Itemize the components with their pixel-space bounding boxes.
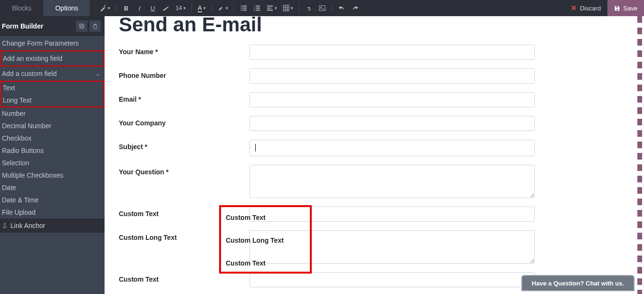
link-anchor-item[interactable]: Link Anchor — [0, 218, 105, 233]
font-size-dropdown[interactable]: 14 ▾ — [173, 0, 188, 16]
highlight-custom-long: Custom Long Text — [226, 237, 310, 244]
sidebar: Form Builder Change Form Parameters Add … — [0, 16, 105, 294]
svg-point-21 — [320, 7, 322, 8]
bold-button[interactable]: B — [119, 0, 133, 16]
label-email: Email * — [119, 92, 250, 103]
sidebar-header: Form Builder — [0, 16, 105, 36]
image-button[interactable] — [316, 0, 329, 16]
label-subject: Subject * — [119, 140, 250, 151]
caret-down-icon: ▾ — [226, 6, 228, 10]
row-custom-text-1: Custom Text — [119, 207, 537, 222]
svg-rect-12 — [267, 6, 273, 7]
input-your-name[interactable] — [250, 45, 535, 60]
input-subject[interactable] — [250, 140, 535, 156]
delete-button[interactable] — [89, 20, 101, 32]
custom-field-selection[interactable]: Selection — [0, 157, 105, 169]
editor-toolbar: ▾ B I U 14 ▾ A ▾ ▾ 123 ▾ — [90, 0, 564, 16]
custom-field-datetime[interactable]: Date & Time — [0, 194, 105, 206]
sidebar-change-params[interactable]: Change Form Parameters — [0, 36, 105, 50]
svg-rect-9 — [256, 8, 260, 9]
save-label: Save — [623, 5, 637, 12]
content-area: Send an E-mail Your Name * Phone Number … — [105, 16, 644, 294]
svg-rect-11 — [256, 10, 260, 11]
save-icon — [614, 5, 620, 11]
row-custom-long-text: Custom Long Text — [119, 230, 537, 264]
caret-down-icon: ▾ — [291, 6, 293, 10]
highlight-custom-text-2: Custom Text — [226, 259, 310, 267]
caret-down-icon: ▾ — [275, 6, 277, 10]
custom-field-text[interactable]: Text — [1, 82, 104, 94]
tab-blocks[interactable]: Blocks — [0, 0, 43, 16]
page-title: Send an E-mail — [119, 16, 537, 36]
input-phone[interactable] — [250, 68, 535, 84]
tab-options[interactable]: Options — [43, 0, 90, 16]
separator — [299, 3, 299, 13]
undo-button[interactable] — [335, 0, 348, 16]
custom-field-radio[interactable]: Radio Buttons — [0, 144, 105, 157]
custom-field-decimal[interactable]: Decimal Number — [0, 120, 105, 132]
row-custom-text-2: Custom Text — [119, 272, 537, 287]
input-custom-text-2[interactable] — [250, 272, 535, 287]
label-custom-text-2: Custom Text — [119, 272, 250, 283]
form-builder-title: Form Builder — [2, 22, 43, 30]
custom-field-file-upload[interactable]: File Upload — [0, 206, 105, 218]
anchor-icon — [2, 223, 8, 228]
custom-field-number[interactable]: Number — [0, 107, 105, 120]
row-subject: Subject * — [119, 140, 537, 156]
label-phone: Phone Number — [119, 68, 250, 79]
discard-button[interactable]: ✕ Discard — [564, 0, 607, 16]
chat-widget[interactable]: Have a Question? Chat with us. — [521, 275, 634, 291]
label-company: Your Company — [119, 116, 250, 127]
unordered-list-button[interactable] — [237, 0, 250, 16]
magic-wand-button[interactable]: ▾ — [97, 0, 113, 16]
sidebar-add-existing-field[interactable]: Add an existing field — [0, 50, 105, 66]
sidebar-add-custom-field[interactable]: Add a custom field ⌄ — [0, 66, 105, 81]
underline-button[interactable]: U — [146, 0, 159, 16]
table-button[interactable]: ▾ — [280, 0, 296, 16]
link-button[interactable] — [302, 0, 316, 16]
align-button[interactable]: ▾ — [264, 0, 280, 16]
row-your-name: Your Name * — [119, 45, 537, 60]
svg-point-0 — [241, 6, 242, 7]
italic-button[interactable]: I — [133, 0, 146, 16]
svg-point-2 — [241, 8, 242, 9]
duplicate-button[interactable] — [76, 20, 87, 32]
save-button[interactable]: Save — [607, 0, 644, 16]
custom-field-multi-checkbox[interactable]: Multiple Checkboxes — [0, 169, 105, 181]
svg-rect-5 — [243, 10, 247, 11]
textarea-question[interactable] — [250, 165, 535, 198]
form-area: Send an E-mail Your Name * Phone Number … — [119, 16, 537, 294]
row-question: Your Question * — [119, 165, 537, 198]
custom-field-checkbox[interactable]: Checkbox — [0, 132, 105, 144]
link-anchor-label: Link Anchor — [10, 222, 45, 229]
caret-down-icon: ▾ — [108, 6, 110, 10]
row-phone: Phone Number — [119, 68, 537, 84]
separator — [192, 3, 192, 13]
custom-field-text-group: Text Long Text — [0, 81, 105, 107]
custom-field-date[interactable]: Date — [0, 181, 105, 194]
ordered-list-button[interactable]: 123 — [250, 0, 264, 16]
svg-point-24 — [4, 223, 6, 225]
highlight-button[interactable]: ▾ — [215, 0, 231, 16]
separator — [332, 3, 332, 13]
input-email[interactable] — [250, 92, 535, 107]
svg-rect-14 — [267, 10, 273, 11]
chat-label: Have a Question? Chat with us. — [532, 280, 624, 287]
caret-down-icon: ▾ — [203, 6, 206, 10]
row-company: Your Company — [119, 116, 537, 131]
input-company[interactable] — [250, 116, 535, 131]
label-your-name: Your Name * — [119, 45, 250, 56]
row-email: Email * — [119, 92, 537, 107]
font-color-button[interactable]: A ▾ — [195, 0, 209, 16]
caret-down-icon: ▾ — [183, 6, 186, 10]
svg-point-4 — [241, 9, 242, 10]
remove-format-button[interactable] — [159, 0, 173, 16]
redo-button[interactable] — [348, 0, 362, 16]
separator — [116, 3, 116, 13]
svg-rect-20 — [319, 6, 325, 11]
chevron-down-icon: ⌄ — [96, 71, 100, 77]
highlight-custom-text-1: Custom Text — [226, 214, 310, 221]
svg-rect-15 — [283, 5, 289, 11]
custom-field-long-text[interactable]: Long Text — [1, 94, 104, 106]
svg-rect-23 — [81, 25, 84, 28]
